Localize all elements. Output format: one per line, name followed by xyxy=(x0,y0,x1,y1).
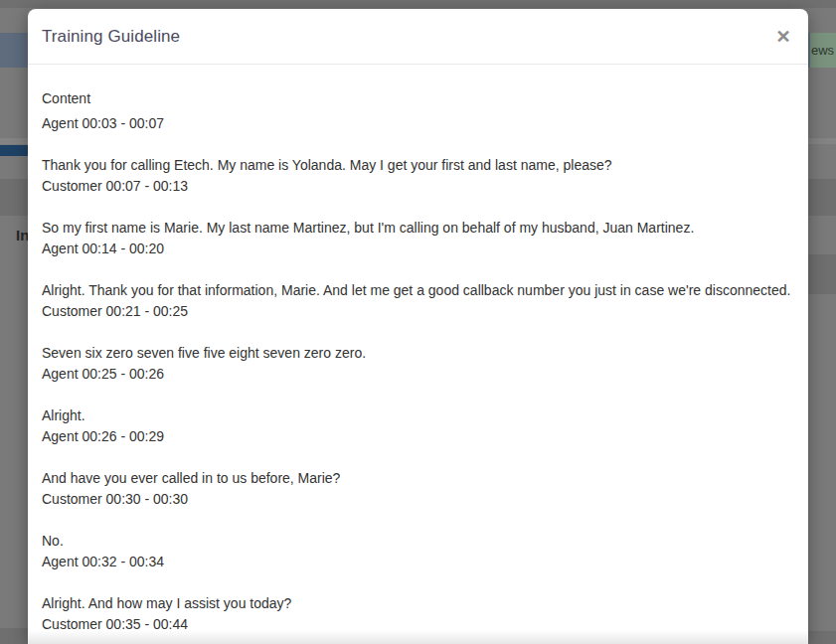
transcript-utterance: Alright. And how may I assist you today? xyxy=(42,593,794,614)
transcript-speaker-line: Customer 00:35 - 00:44 xyxy=(42,614,794,635)
background-bottom-right-band xyxy=(808,631,836,644)
modal-header: Training Guideline ✕ xyxy=(28,9,808,65)
transcript-speaker-line: Agent 00:03 - 00:07 xyxy=(42,113,794,134)
background-bottom-left-band xyxy=(0,628,28,644)
nav-button-label: ews xyxy=(811,43,834,58)
close-icon: ✕ xyxy=(775,27,790,47)
close-button[interactable]: ✕ xyxy=(772,26,794,48)
content-label: Content xyxy=(42,88,794,109)
transcript-speaker-line: Customer 00:30 - 00:30 xyxy=(42,489,794,510)
transcript-speaker-line: Customer 00:21 - 00:25 xyxy=(42,301,794,322)
transcript-speaker-line: Customer 00:07 - 00:13 xyxy=(42,176,794,197)
transcript-utterance: Alright. xyxy=(42,405,794,426)
background-blue-accent-bar xyxy=(0,145,28,156)
transcript-speaker-line: Agent 00:26 - 00:29 xyxy=(42,426,794,447)
transcript-utterance: Alright. Thank you for that information,… xyxy=(42,280,794,301)
screen: ews In Training Guideline ✕ Content Agen… xyxy=(0,0,836,644)
background-top-bar xyxy=(0,0,836,8)
transcript-utterance: Thank you for calling Etech. My name is … xyxy=(42,155,794,176)
transcript-utterance: So my first name is Marie. My last name … xyxy=(42,218,794,239)
transcript-list: Agent 00:03 - 00:07Thank you for calling… xyxy=(42,113,794,635)
transcript-body[interactable]: Content Agent 00:03 - 00:07Thank you for… xyxy=(28,65,808,644)
transcript-speaker-line: Agent 00:25 - 00:26 xyxy=(42,364,794,385)
background-nav-button-partial[interactable]: ews xyxy=(810,33,836,68)
modal-title: Training Guideline xyxy=(42,27,180,47)
transcript-utterance: And have you ever called in to us before… xyxy=(42,468,794,489)
transcript-utterance: Seven six zero seven five five eight sev… xyxy=(42,343,794,364)
transcript-speaker-line: Agent 00:14 - 00:20 xyxy=(42,239,794,259)
transcript-utterance: No. xyxy=(42,531,794,552)
training-guideline-modal: Training Guideline ✕ Content Agent 00:03… xyxy=(28,9,808,644)
transcript-speaker-line: Agent 00:32 - 00:34 xyxy=(42,552,794,572)
background-table-row xyxy=(806,254,836,294)
